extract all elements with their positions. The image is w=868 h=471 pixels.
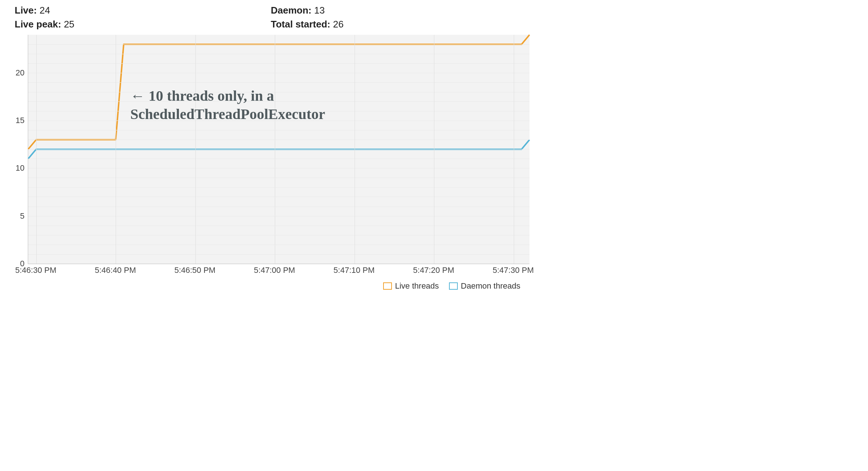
- x-tick-label: 5:46:30 PM: [15, 266, 56, 275]
- swatch-daemon-icon: [449, 282, 458, 290]
- swatch-live-icon: [383, 282, 392, 290]
- x-tick-label: 5:47:30 PM: [493, 266, 534, 275]
- x-tick-label: 5:47:10 PM: [333, 266, 375, 275]
- plot-surface: 05101520: [28, 35, 530, 264]
- y-tick-label: 10: [3, 163, 28, 173]
- y-tick-label: 20: [3, 68, 28, 78]
- y-tick-label: 5: [3, 211, 28, 221]
- legend-label-daemon: Daemon threads: [461, 281, 520, 291]
- total-started-value: 26: [333, 19, 344, 30]
- stats-col-left: Live: 24 Live peak: 25: [15, 4, 271, 32]
- daemon-value: 13: [314, 5, 325, 16]
- legend-item-daemon: Daemon threads: [449, 281, 520, 291]
- stats-row: Live: 24 Live peak: 25 Daemon: 13 Total …: [0, 4, 536, 35]
- live-peak-value: 25: [64, 19, 74, 30]
- legend-label-live: Live threads: [395, 281, 439, 291]
- live-value: 24: [40, 5, 50, 16]
- total-started-label: Total started:: [271, 19, 330, 30]
- chart-area: 05101520 ← 10 threads only, in aSchedule…: [28, 35, 529, 291]
- stats-col-right: Daemon: 13 Total started: 26: [271, 4, 527, 32]
- x-tick-label: 5:47:20 PM: [413, 266, 454, 275]
- x-tick-label: 5:47:00 PM: [254, 266, 295, 275]
- x-tick-label: 5:46:40 PM: [95, 266, 136, 275]
- legend: Live threads Daemon threads: [19, 278, 529, 291]
- thread-chart-panel: Live: 24 Live peak: 25 Daemon: 13 Total …: [0, 0, 536, 291]
- daemon-label: Daemon:: [271, 5, 311, 16]
- live-label: Live:: [15, 5, 37, 16]
- y-tick-label: 15: [3, 116, 28, 125]
- x-tick-label: 5:46:50 PM: [174, 266, 216, 275]
- legend-item-live: Live threads: [383, 281, 439, 291]
- live-peak-label: Live peak:: [15, 19, 61, 30]
